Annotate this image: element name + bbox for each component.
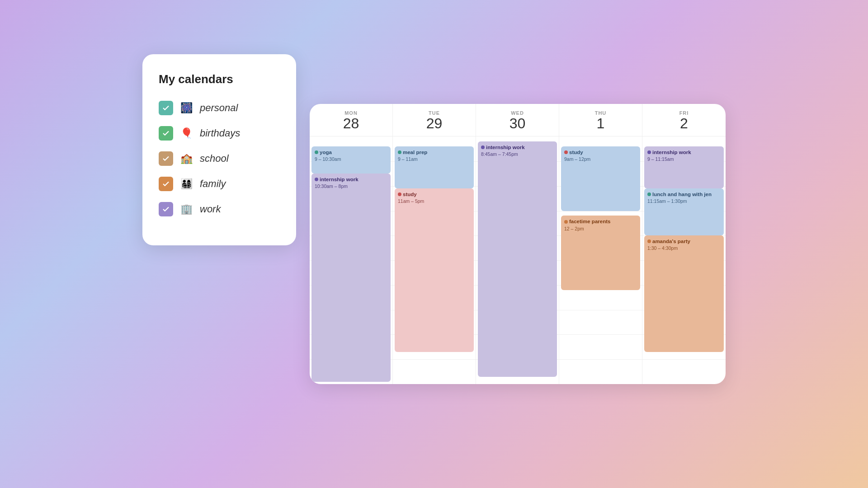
event-lunch-jen[interactable]: lunch and hang with jen 11:15am – 1:30pm [644, 188, 724, 235]
calendar-panel: MON 28 TUE 29 WED 30 THU 1 FRI 2 [310, 104, 726, 384]
sidebar-item-school[interactable]: 🏫 school [159, 151, 280, 166]
day-number-thu: 1 [563, 116, 638, 131]
event-study-thu[interactable]: study 9am – 12pm [561, 146, 640, 211]
day-header-tue: TUE 29 [393, 104, 476, 136]
day-column-mon: yoga 9 – 10:30am internship work 10:30am… [310, 136, 393, 384]
day-number-fri: 2 [646, 116, 722, 131]
emoji-school: 🏫 [180, 153, 193, 164]
emoji-family: 👨‍👩‍👧‍👦 [180, 178, 193, 190]
day-header-thu: THU 1 [559, 104, 642, 136]
label-family: family [200, 178, 226, 190]
event-internship-work-mon[interactable]: internship work 10:30am – 8pm [311, 174, 391, 381]
label-school: school [200, 153, 229, 164]
sidebar: My calendars 🎆 personal 🎈 birthdays 🏫 sc… [142, 54, 296, 245]
day-column-tue: meal prep 9 – 11am study 11am – 5pm [393, 136, 476, 384]
dot-iwork-mon [315, 178, 318, 181]
day-header-wed: WED 30 [476, 104, 559, 136]
event-study-tue[interactable]: study 11am – 5pm [395, 188, 474, 352]
emoji-birthdays: 🎈 [180, 127, 193, 139]
dot-amandas-party [647, 239, 651, 243]
event-facetime-parents[interactable]: facetime parents 12 – 2pm [561, 216, 640, 290]
sidebar-item-family[interactable]: 👨‍👩‍👧‍👦 family [159, 177, 280, 191]
event-internship-work-wed[interactable]: internship work 8:45am – 7:45pm [478, 141, 557, 376]
checkbox-birthdays[interactable] [159, 126, 173, 141]
label-personal: personal [200, 102, 238, 114]
day-number-tue: 29 [396, 116, 472, 131]
label-birthdays: birthdays [200, 127, 240, 139]
sidebar-item-work[interactable]: 🏢 work [159, 202, 280, 216]
sidebar-item-personal[interactable]: 🎆 personal [159, 101, 280, 115]
checkbox-school[interactable] [159, 151, 173, 166]
day-number-mon: 28 [313, 116, 389, 131]
event-internship-work-fri[interactable]: internship work 9 – 11:15am [644, 146, 724, 188]
calendar-body: yoga 9 – 10:30am internship work 10:30am… [310, 136, 726, 384]
sidebar-item-birthdays[interactable]: 🎈 birthdays [159, 126, 280, 141]
emoji-work: 🏢 [180, 203, 193, 215]
dot-meal-prep [398, 150, 401, 154]
dot-study-thu [564, 150, 568, 154]
event-meal-prep[interactable]: meal prep 9 – 11am [395, 146, 474, 188]
dot-study-tue [398, 192, 401, 196]
calendar-header: MON 28 TUE 29 WED 30 THU 1 FRI 2 [310, 104, 726, 136]
emoji-personal: 🎆 [180, 102, 193, 114]
dot-iwork-fri [647, 150, 651, 154]
day-number-wed: 30 [480, 116, 555, 131]
sidebar-title: My calendars [159, 72, 280, 86]
checkbox-work[interactable] [159, 202, 173, 216]
label-work: work [200, 203, 221, 215]
event-amandas-party[interactable]: amanda's party 1:30 – 4:30pm [644, 235, 724, 352]
checkbox-family[interactable] [159, 177, 173, 191]
dot-lunch-jen [647, 192, 651, 196]
day-column-fri: internship work 9 – 11:15am lunch and ha… [642, 136, 726, 384]
dot-iwork-wed [481, 145, 485, 149]
dot-facetime [564, 220, 568, 224]
day-column-thu: study 9am – 12pm facetime parents 12 – 2… [559, 136, 642, 384]
checkbox-personal[interactable] [159, 101, 173, 115]
day-column-wed: internship work 8:45am – 7:45pm [476, 136, 559, 384]
event-yoga[interactable]: yoga 9 – 10:30am [311, 146, 391, 174]
day-header-fri: FRI 2 [642, 104, 726, 136]
dot-yoga [315, 150, 318, 154]
day-header-mon: MON 28 [310, 104, 393, 136]
